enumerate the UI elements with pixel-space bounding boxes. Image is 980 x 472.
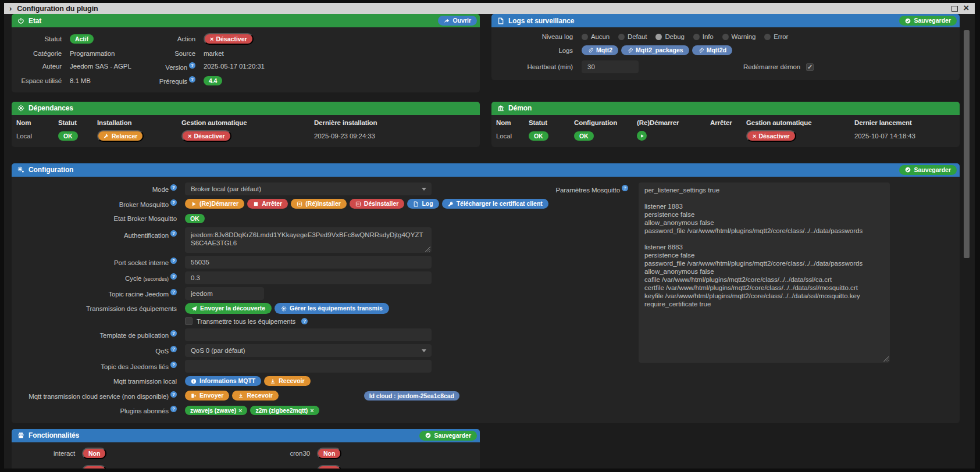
all-equip-checkbox-row: Transmettre tous les équipements ?: [185, 317, 548, 325]
info-icon: [191, 378, 197, 384]
export-icon: [191, 393, 197, 399]
auteur-label: Auteur: [20, 63, 62, 70]
action-label: Action: [154, 35, 195, 42]
cronhourly-toggle-button[interactable]: Non: [317, 465, 341, 469]
linked-topic-input[interactable]: [185, 360, 432, 373]
qos-select[interactable]: QoS 0 (par défaut): [185, 344, 432, 357]
prerequis-label: Prérequis?: [154, 76, 195, 85]
x-icon: ×: [188, 132, 191, 140]
broker-stop-button[interactable]: Arrêter: [247, 199, 288, 209]
cycle-input[interactable]: [185, 271, 432, 284]
paperclip-icon: [627, 48, 633, 53]
close-icon[interactable]: ×: [963, 5, 969, 12]
plugin-zwavejs-badge[interactable]: zwavejs (zwave)×: [185, 406, 247, 415]
wrench-icon: [104, 133, 109, 139]
download-certificate-button[interactable]: Télécharger le certificat client: [442, 199, 548, 209]
help-icon[interactable]: ?: [170, 346, 177, 352]
template-input[interactable]: [185, 328, 432, 341]
desactiver-plugin-button[interactable]: ×Désactiver: [204, 33, 254, 45]
mode-select[interactable]: Broker local (par défaut): [185, 183, 432, 195]
broker-log-button[interactable]: Log: [407, 199, 439, 209]
envoyer-cloud-button[interactable]: Envoyer: [185, 391, 229, 401]
remove-icon[interactable]: ×: [238, 406, 242, 414]
recevoir-cloud-button[interactable]: Recevoir: [232, 391, 278, 401]
recevoir-local-button[interactable]: Recevoir: [264, 376, 310, 386]
radio-error[interactable]: Error: [764, 33, 788, 40]
broker-restart-button[interactable]: (Re)Démarrer: [185, 199, 244, 209]
cron-toggle-button[interactable]: Non: [82, 465, 106, 469]
relancer-button[interactable]: Relancer: [97, 130, 144, 142]
col-redemarrer: (Re)Démarrer: [632, 115, 705, 128]
desactiver-gestion-button[interactable]: ×Désactiver: [181, 130, 231, 142]
radio-warning[interactable]: Warning: [722, 33, 756, 40]
help-icon[interactable]: ?: [189, 62, 195, 69]
auth-textarea[interactable]: jeedom:8Jv8DDqKrZ6Lmdd1YKkayegeE3Ped9VxB…: [185, 227, 432, 253]
resize-handle-icon[interactable]: [883, 356, 889, 362]
scrollbar-thumb[interactable]: [964, 30, 970, 258]
help-icon[interactable]: ?: [170, 362, 177, 368]
log-mqtt2-packages-button[interactable]: Mqtt2_packages: [621, 45, 689, 55]
heartbeat-input[interactable]: [582, 60, 639, 73]
save-fonctionnalites-button[interactable]: Sauvegarder: [419, 431, 477, 441]
all-equip-checkbox[interactable]: [185, 317, 193, 325]
help-icon[interactable]: ?: [170, 391, 177, 398]
source-value: market: [204, 50, 472, 57]
help-icon[interactable]: ?: [170, 406, 177, 412]
log-mqtt2d-button[interactable]: Mqtt2d: [692, 45, 732, 55]
cron30-toggle-button[interactable]: Non: [317, 448, 341, 459]
send-discovery-button[interactable]: Envoyer la découverte: [185, 303, 272, 314]
cronhourly-label: cronHourly: [234, 467, 310, 469]
help-icon[interactable]: ?: [189, 76, 195, 83]
envoyer-cloud-label: Envoyer: [199, 392, 223, 399]
broker-install-button[interactable]: (Ré)Installer: [291, 199, 347, 209]
help-icon[interactable]: ?: [301, 318, 308, 324]
interact-toggle-button[interactable]: Non: [82, 448, 106, 459]
radio-info[interactable]: Info: [693, 33, 714, 40]
help-icon[interactable]: ?: [170, 273, 177, 280]
radio-label: Warning: [732, 33, 756, 40]
row-top: Etat Ouvrir Statut Actif Action ×Désacti…: [12, 14, 975, 92]
demon-gestion-cell: ×Désactiver: [742, 128, 850, 147]
radio-label: Defaut: [628, 33, 647, 40]
radio-aucun[interactable]: Aucun: [582, 33, 610, 40]
help-icon[interactable]: ?: [170, 184, 177, 191]
help-icon[interactable]: ?: [170, 330, 177, 337]
resize-handle-icon[interactable]: [425, 246, 430, 252]
qos-label: QoS?: [12, 346, 177, 355]
plugin-z2m-badge[interactable]: z2m (zigbee2mqtt)×: [250, 406, 319, 415]
broker-install-label: (Ré)Installer: [305, 200, 341, 208]
help-icon[interactable]: ?: [170, 258, 177, 264]
demon-config-badge: OK: [574, 131, 594, 141]
save-config-button[interactable]: Sauvegarder: [899, 165, 957, 175]
broker-uninstall-button[interactable]: Désinstaller: [350, 199, 405, 209]
desactiver-daemon-button[interactable]: ×Désactiver: [746, 130, 796, 142]
port-input[interactable]: [185, 256, 432, 269]
x-icon: ×: [210, 35, 213, 43]
maximize-icon[interactable]: [952, 6, 958, 12]
radio-debug[interactable]: Debug: [655, 33, 684, 40]
help-icon[interactable]: ?: [170, 289, 177, 295]
ouvrir-button[interactable]: Ouvrir: [438, 16, 477, 26]
x-icon: ×: [753, 132, 756, 140]
help-icon[interactable]: ?: [170, 199, 177, 206]
remove-icon[interactable]: ×: [310, 406, 313, 414]
window-title: Configuration du plugin: [17, 5, 98, 13]
panel-logs: Logs et surveillance Sauvegarder Niveau …: [491, 14, 960, 80]
save-logs-button[interactable]: Sauvegarder: [899, 16, 957, 26]
informations-mqtt-button[interactable]: Informations MQTT: [185, 376, 261, 386]
panel-fonctionnalites-header: Fonctionnalités Sauvegarder: [12, 429, 480, 442]
log-pill-label: Mqtt2: [596, 47, 612, 54]
cogs-icon: [17, 166, 24, 173]
start-daemon-button[interactable]: [637, 131, 647, 141]
restart-daemon-checkbox[interactable]: ✓: [806, 63, 814, 71]
gift-icon: [17, 432, 24, 439]
params-mosquitto-textarea[interactable]: per_listener_settings true listener 1883…: [639, 183, 890, 363]
help-icon[interactable]: ?: [622, 185, 628, 191]
log-mqtt2-button[interactable]: Mqtt2: [582, 45, 618, 55]
topic-input[interactable]: [185, 287, 264, 300]
radio-icon: [582, 34, 588, 40]
help-icon[interactable]: ?: [170, 230, 177, 237]
radio-defaut[interactable]: Defaut: [618, 33, 647, 40]
source-label: Source: [154, 50, 195, 57]
manage-equipments-button[interactable]: Gérer les équipements transmis: [275, 303, 389, 314]
